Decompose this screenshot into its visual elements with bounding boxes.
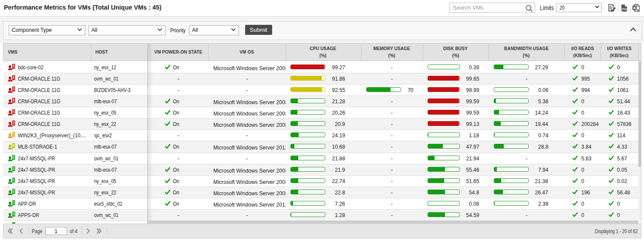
svg-text:PDF: PDF [621,8,627,10]
